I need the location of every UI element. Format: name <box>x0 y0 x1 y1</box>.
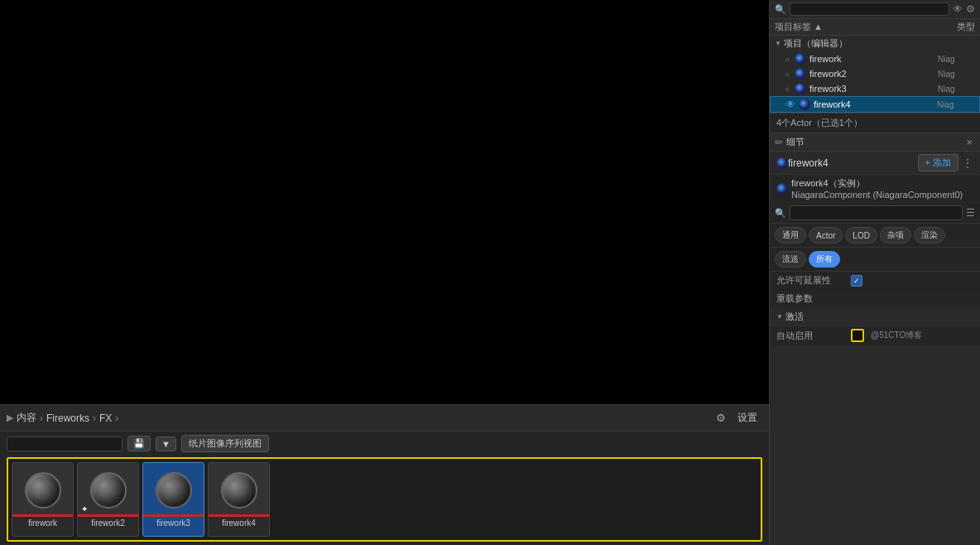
actor-niagara-icon <box>776 157 788 169</box>
outliner-name-firework: firework <box>809 54 934 64</box>
outliner-col-type: 类型 <box>934 21 975 33</box>
component-info: firework4（实例） NiagaraComponent (NiagaraC… <box>791 177 963 200</box>
asset-red-bar4 <box>209 514 269 517</box>
outliner-name-firework3: firework3 <box>809 84 934 94</box>
asset-label-firework3: firework3 <box>143 517 204 529</box>
niagara-icon-firework3 <box>795 83 806 94</box>
actor-name-label: firework4 <box>788 157 918 169</box>
allow-expandable-label: 允许可延展性 <box>776 274 851 287</box>
outliner-item-firework[interactable]: ○ firework Niag <box>770 51 980 66</box>
filter-tab-general[interactable]: 通用 <box>775 227 806 244</box>
component-row[interactable]: firework4（实例） NiagaraComponent (NiagaraC… <box>770 175 980 203</box>
asset-item-firework4[interactable]: firework4 <box>208 462 270 537</box>
filter-tab-misc[interactable]: 杂项 <box>880 227 911 244</box>
breadcrumb-sep3: › <box>115 412 118 424</box>
bottom-right-controls: ⚙ 设置 <box>716 409 762 427</box>
component-sub-label: NiagaraComponent (NiagaraComponent0) <box>791 190 963 200</box>
outliner-name-firework2: firework2 <box>809 69 934 79</box>
settings-icon[interactable]: ⚙ <box>966 3 975 15</box>
filter-tab-stream[interactable]: 流送 <box>775 251 806 268</box>
activation-section-label: 激活 <box>785 311 804 323</box>
auto-activate-value: @51CTO博客 <box>851 329 973 342</box>
outliner-type-firework2: Niag <box>938 70 975 79</box>
details-search-row: 🔍 ☰ <box>770 203 980 224</box>
details-search-icon: 🔍 <box>775 208 786 219</box>
details-close-button[interactable]: × <box>963 136 975 148</box>
eye-toggle-icon[interactable]: 👁 <box>953 3 963 15</box>
property-reset-params: 重载参数 <box>770 290 980 308</box>
outliner-item-firework3[interactable]: ○ firework3 Niag <box>770 81 980 96</box>
more-options-icon[interactable]: ⋮ <box>962 157 973 170</box>
asset-label-firework4: firework4 <box>209 517 269 529</box>
activation-section-header[interactable]: ▼ 激活 <box>770 308 980 326</box>
asset-label-firework: firework <box>12 517 73 529</box>
search-icon: 🔍 <box>775 4 786 15</box>
outliner-type-firework3: Niag <box>938 84 975 94</box>
asset-grid: firework ✦ firework2 <box>7 457 762 542</box>
breadcrumb-fireworks[interactable]: Fireworks <box>46 412 89 424</box>
reset-params-label: 重载参数 <box>776 292 851 305</box>
details-actor-row: firework4 + 添加 ⋮ <box>770 152 980 175</box>
niagara-icon-firework4 <box>799 99 810 110</box>
details-menu-icon[interactable]: ☰ <box>966 207 975 219</box>
filter-btn[interactable]: ▼ <box>156 436 176 451</box>
sphere-icon-firework <box>25 472 61 509</box>
outliner-name-firework4: firework4 <box>814 99 934 109</box>
asset-label-firework2: firework2 <box>78 517 138 529</box>
breadcrumb-arrow: ▶ <box>7 412 13 423</box>
outliner-item-firework4[interactable]: 👁 firework4 Niag <box>770 96 980 113</box>
triangle-down-icon: ▼ <box>775 40 781 47</box>
allow-expandable-checkbox[interactable] <box>851 275 862 287</box>
scene-outliner: 🔍 👁 ⚙ 项目标签 ▲ 类型 ▼ 项目（编辑器） ○ <box>770 0 980 113</box>
gear-icon: ⚙ <box>716 412 726 424</box>
property-section: 允许可延展性 重载参数 ▼ 激活 自动启用 <box>770 272 980 345</box>
save-btn[interactable]: 💾 <box>127 436 151 451</box>
eye-icon-firework4: 👁 <box>785 99 795 110</box>
asset-thumb-firework3 <box>143 463 204 517</box>
filter-tab-render[interactable]: 渲染 <box>914 227 945 244</box>
content-browser-toolbar: 💾 ▼ 纸片图像序列视图 <box>7 435 762 452</box>
asset-red-bar2 <box>78 514 138 517</box>
asset-item-firework2[interactable]: ✦ firework2 <box>77 462 139 537</box>
right-panel: 🔍 👁 ⚙ 项目标签 ▲ 类型 ▼ 项目（编辑器） ○ <box>769 0 980 545</box>
breadcrumb-fx[interactable]: FX <box>99 412 112 424</box>
watermark-inline: @51CTO博客 <box>871 330 922 341</box>
outliner-type-firework4: Niag <box>937 100 974 109</box>
auto-activate-checkbox[interactable] <box>851 329 864 342</box>
filter-tab-all[interactable]: 所有 <box>809 251 840 268</box>
eye-icon-firework: ○ <box>785 55 790 64</box>
filter-tab-actor[interactable]: Actor <box>809 227 843 244</box>
eye-icon-firework3: ○ <box>785 84 790 94</box>
main-layout: ▶ 内容 › Fireworks › FX › ⚙ 设置 💾 ▼ 纸片图像序列视… <box>0 0 980 545</box>
filter-tabs-row1: 通用 Actor LOD 杂项 渲染 <box>770 224 980 248</box>
pencil-icon: ✏ <box>775 137 783 148</box>
add-button[interactable]: + 添加 <box>918 154 958 171</box>
component-niagara-icon <box>776 183 788 195</box>
asset-red-bar3 <box>143 514 204 517</box>
sphere-icon-firework4 <box>221 472 257 509</box>
auto-activate-label: 自动启用 <box>776 330 851 342</box>
sphere-icon-firework3 <box>156 472 192 509</box>
viewport-area: ▶ 内容 › Fireworks › FX › ⚙ 设置 💾 ▼ 纸片图像序列视… <box>0 0 769 545</box>
asset-thumb-firework4 <box>209 463 269 517</box>
breadcrumb-sep1: › <box>40 412 43 424</box>
asset-item-firework[interactable]: firework <box>12 462 74 537</box>
breadcrumb-content[interactable]: 内容 <box>17 411 36 425</box>
outliner-section-name: 项目（编辑器） <box>784 37 848 50</box>
asset-red-bar <box>12 514 73 517</box>
eye-icon-firework2: ○ <box>785 70 790 79</box>
filter-tab-lod[interactable]: LOD <box>845 227 877 244</box>
outliner-column-header: 项目标签 ▲ 类型 <box>770 19 980 36</box>
details-header: ✏ 细节 × <box>770 133 980 152</box>
content-search-input[interactable] <box>7 436 122 451</box>
details-search-input[interactable] <box>790 205 963 220</box>
niagara-icon-firework <box>795 53 806 65</box>
settings-button[interactable]: 设置 <box>733 409 762 427</box>
outliner-section-header[interactable]: ▼ 项目（编辑器） <box>770 36 980 51</box>
asset-item-firework3[interactable]: firework3 <box>142 462 204 537</box>
outliner-toolbar: 🔍 👁 ⚙ <box>770 0 980 19</box>
property-allow-expandable: 允许可延展性 <box>770 272 980 290</box>
outliner-item-firework2[interactable]: ○ firework2 Niag <box>770 66 980 81</box>
view-mode-button[interactable]: 纸片图像序列视图 <box>181 435 269 452</box>
outliner-search-input[interactable] <box>790 2 949 16</box>
